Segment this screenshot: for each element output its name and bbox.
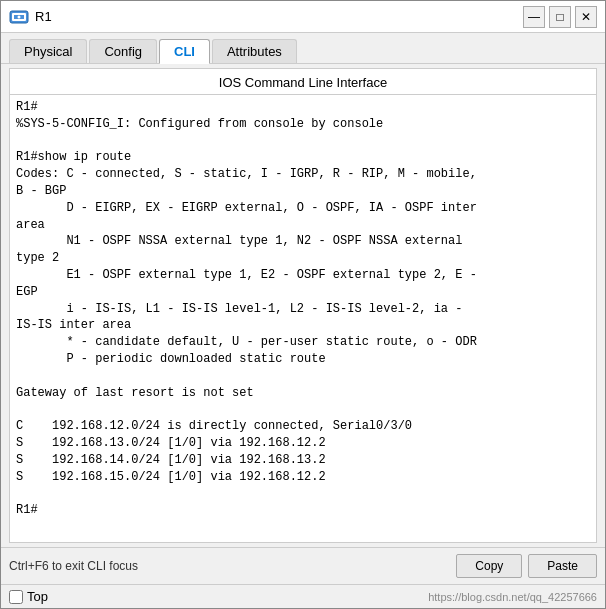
cli-hint: Ctrl+F6 to exit CLI focus — [9, 559, 450, 573]
close-button[interactable]: ✕ — [575, 6, 597, 28]
tab-attributes[interactable]: Attributes — [212, 39, 297, 63]
cli-panel: IOS Command Line Interface — [9, 68, 597, 543]
paste-button[interactable]: Paste — [528, 554, 597, 578]
tab-config[interactable]: Config — [89, 39, 157, 63]
cli-terminal[interactable] — [10, 95, 596, 542]
footer-bar: Top https://blog.csdn.net/qq_42257666 — [1, 584, 605, 608]
tab-cli[interactable]: CLI — [159, 39, 210, 64]
svg-point-3 — [18, 15, 21, 18]
copy-button[interactable]: Copy — [456, 554, 522, 578]
top-checkbox[interactable] — [9, 590, 23, 604]
title-bar: R1 — □ ✕ — [1, 1, 605, 33]
tab-physical[interactable]: Physical — [9, 39, 87, 63]
minimize-button[interactable]: — — [523, 6, 545, 28]
app-icon — [9, 7, 29, 27]
window-title: R1 — [35, 9, 523, 24]
window-controls: — □ ✕ — [523, 6, 597, 28]
cli-title: IOS Command Line Interface — [10, 69, 596, 95]
bottom-bar: Ctrl+F6 to exit CLI focus Copy Paste — [1, 547, 605, 584]
maximize-button[interactable]: □ — [549, 6, 571, 28]
top-checkbox-wrapper[interactable]: Top — [9, 589, 48, 604]
main-window: R1 — □ ✕ Physical Config CLI Attributes … — [0, 0, 606, 609]
footer-left: Top — [9, 589, 48, 604]
top-label: Top — [27, 589, 48, 604]
tab-bar: Physical Config CLI Attributes — [1, 33, 605, 64]
footer-url: https://blog.csdn.net/qq_42257666 — [428, 591, 597, 603]
